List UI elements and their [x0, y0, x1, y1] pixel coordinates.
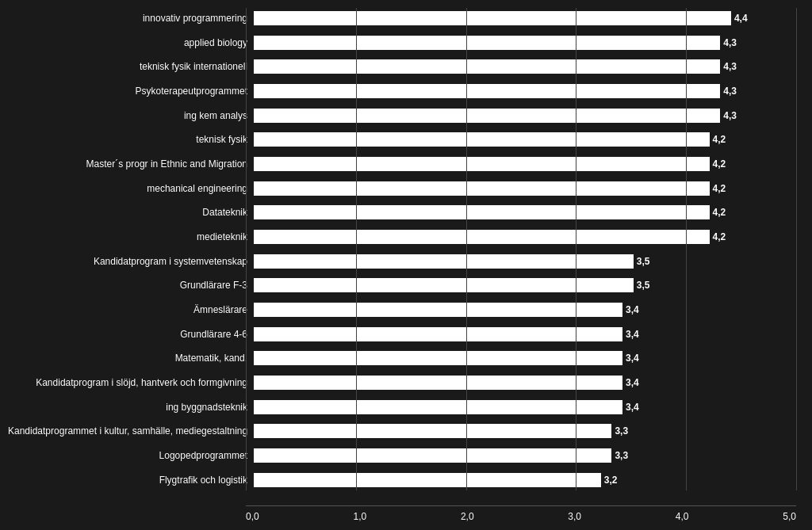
bar-label: teknisk fysik: [8, 134, 254, 145]
x-axis-label: 3,0: [568, 511, 581, 522]
bar-track: 4,3: [254, 109, 796, 123]
bar-row: Datateknik4,2: [8, 202, 796, 223]
x-axis: [246, 505, 796, 506]
bar-label: Flygtrafik och logistik: [8, 475, 254, 486]
bar-label: Grundlärare 4-6: [8, 329, 254, 340]
bar-track: 4,2: [254, 181, 796, 196]
bar-fill: [254, 254, 634, 269]
bar-fill: [254, 303, 622, 317]
x-axis-label: 1,0: [353, 511, 366, 522]
bar-value: 3,5: [637, 256, 650, 267]
bar-label: Datateknik: [8, 207, 254, 218]
bar-track: 3,5: [254, 254, 796, 269]
bar-track: 4,2: [254, 132, 796, 147]
bar-value: 4,2: [713, 134, 726, 145]
bar-value: 3,3: [615, 450, 628, 461]
bar-label: ing byggnadsteknik: [8, 402, 254, 413]
bar-label: Kandidatprogram i systemvetenskap: [8, 256, 254, 267]
bar-value: 4,4: [734, 13, 748, 24]
bar-row: innovativ programmering4,4: [8, 8, 796, 29]
bar-fill: [254, 157, 710, 171]
bar-value: 4,2: [713, 231, 726, 242]
bar-row: Flygtrafik och logistik3,2: [8, 470, 796, 490]
bar-track: 4,2: [254, 157, 796, 171]
bar-row: medieteknik4,2: [8, 227, 796, 247]
bar-fill: [254, 11, 731, 25]
bar-track: 4,2: [254, 205, 796, 219]
bar-row: Psykoterapeutprogrammet4,3: [8, 81, 796, 101]
x-axis-label: 5,0: [783, 511, 796, 522]
bar-row: ing kem analys4,3: [8, 105, 796, 126]
bar-fill: [254, 376, 622, 390]
bar-track: 3,5: [254, 278, 796, 292]
bar-track: 4,3: [254, 84, 796, 98]
bar-fill: [254, 230, 710, 244]
bar-label: Logopedprogrammet: [8, 450, 254, 461]
bar-track: 4,2: [254, 230, 796, 244]
bar-label: mechanical engineering: [8, 183, 254, 194]
bar-row: Kandidatprogram i slöjd, hantverk och fo…: [8, 372, 796, 393]
bar-value: 3,3: [615, 425, 628, 437]
x-axis-label: 0,0: [246, 511, 259, 522]
bar-value: 3,4: [626, 377, 639, 388]
bar-value: 3,5: [637, 280, 650, 291]
bar-row: Ämneslärare3,4: [8, 299, 796, 320]
bar-track: 4,3: [254, 59, 796, 74]
bar-track: 3,2: [254, 473, 796, 487]
bar-label: Kandidatprogrammet i kultur, samhälle, m…: [8, 425, 254, 437]
chart-body: innovativ programmering4,4applied biolog…: [8, 8, 796, 490]
bar-row: ing byggnadsteknik3,4: [8, 397, 796, 418]
bar-row: Kandidatprogram i systemvetenskap3,5: [8, 251, 796, 272]
bar-value: 4,3: [723, 37, 737, 48]
bar-value: 3,4: [626, 304, 639, 315]
bar-fill: [254, 109, 720, 123]
bar-fill: [254, 205, 710, 219]
bar-value: 4,3: [723, 86, 737, 97]
bar-label: innovativ programmering: [8, 13, 254, 24]
bar-fill: [254, 84, 720, 98]
bar-fill: [254, 59, 720, 74]
bar-label: Kandidatprogram i slöjd, hantverk och fo…: [8, 377, 254, 388]
bar-fill: [254, 448, 611, 463]
bar-value: 4,2: [713, 207, 726, 218]
bar-label: Master´s progr in Ethnic and Migration: [8, 158, 254, 170]
bar-row: Grundlärare 4-63,4: [8, 324, 796, 345]
bar-track: 3,4: [254, 327, 796, 341]
bar-track: 3,4: [254, 351, 796, 365]
x-axis-label: 4,0: [676, 511, 689, 522]
bar-track: 3,4: [254, 376, 796, 390]
bar-value: 4,2: [713, 183, 726, 194]
bar-fill: [254, 132, 710, 147]
bar-label: teknisk fysik internationell: [8, 61, 254, 72]
bar-track: 3,4: [254, 303, 796, 317]
bar-row: teknisk fysik4,2: [8, 129, 796, 150]
bar-track: 3,4: [254, 400, 796, 414]
bar-row: Matematik, kand.3,4: [8, 348, 796, 368]
bar-fill: [254, 473, 601, 487]
bar-fill: [254, 424, 611, 438]
bar-label: Grundlärare F-3: [8, 280, 254, 291]
bar-label: medieteknik: [8, 231, 254, 242]
bar-row: Logopedprogrammet3,3: [8, 445, 796, 466]
bar-label: Psykoterapeutprogrammet: [8, 86, 254, 97]
bar-value: 3,4: [626, 402, 639, 413]
bar-fill: [254, 36, 720, 50]
bar-fill: [254, 327, 622, 341]
bar-row: Kandidatprogrammet i kultur, samhälle, m…: [8, 421, 796, 441]
x-axis-labels: 0,01,02,03,04,05,0: [246, 511, 796, 522]
chart-container: innovativ programmering4,4applied biolog…: [0, 0, 812, 530]
bar-row: Master´s progr in Ethnic and Migration4,…: [8, 154, 796, 174]
bar-label: Matematik, kand.: [8, 353, 254, 364]
x-axis-label: 2,0: [461, 511, 474, 522]
bar-fill: [254, 400, 622, 414]
bar-track: 3,3: [254, 424, 796, 438]
bar-row: teknisk fysik internationell4,3: [8, 56, 796, 77]
bar-label: applied biology: [8, 37, 254, 48]
grid-line: [796, 8, 797, 490]
bar-track: 4,4: [254, 11, 796, 25]
bar-label: Ämneslärare: [8, 304, 254, 315]
bar-value: 3,2: [604, 475, 618, 486]
bar-value: 3,4: [626, 329, 639, 340]
bar-track: 3,3: [254, 448, 796, 463]
bar-row: Grundlärare F-33,5: [8, 275, 796, 296]
